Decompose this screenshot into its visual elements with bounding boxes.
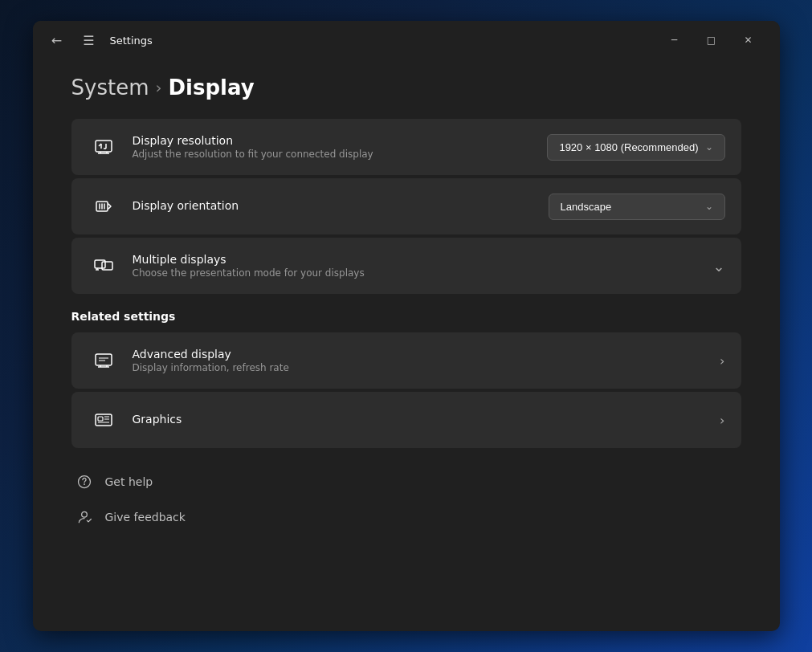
advanced-display-control: › bbox=[720, 353, 724, 369]
maximize-button[interactable]: □ bbox=[693, 27, 730, 53]
multiple-displays-item[interactable]: Multiple displays Choose the presentatio… bbox=[71, 238, 741, 294]
close-button[interactable]: ✕ bbox=[730, 27, 767, 53]
graphics-control: › bbox=[720, 413, 724, 428]
expand-icon[interactable]: ⌄ bbox=[712, 258, 724, 275]
multiple-displays-title: Multiple displays bbox=[133, 253, 713, 266]
advanced-display-icon bbox=[88, 344, 120, 377]
advanced-display-item[interactable]: Advanced display Display information, re… bbox=[71, 332, 741, 389]
svg-point-30 bbox=[81, 511, 87, 517]
multiple-displays-text: Multiple displays Choose the presentatio… bbox=[133, 253, 713, 279]
hamburger-menu-button[interactable]: ☰ bbox=[78, 29, 100, 51]
chevron-down-icon: ⌄ bbox=[705, 201, 713, 212]
display-resolution-card: Display resolution Adjust the resolution… bbox=[71, 119, 741, 175]
title-bar: ← ☰ Settings ─ □ ✕ bbox=[33, 21, 780, 59]
help-icon bbox=[75, 472, 94, 491]
svg-rect-23 bbox=[98, 417, 103, 421]
breadcrumb: System › Display bbox=[71, 59, 741, 100]
display-orientation-card: Display orientation Landscape ⌄ bbox=[71, 178, 741, 234]
content-area: System › Display bbox=[33, 59, 780, 631]
give-feedback-label: Give feedback bbox=[105, 511, 186, 524]
orientation-icon bbox=[88, 190, 120, 222]
title-bar-left: ← ☰ Settings bbox=[46, 29, 656, 51]
back-button[interactable]: ← bbox=[46, 29, 68, 51]
display-resolution-title: Display resolution bbox=[133, 134, 548, 147]
display-orientation-value: Landscape bbox=[561, 201, 612, 213]
get-help-label: Get help bbox=[105, 475, 153, 488]
display-orientation-item[interactable]: Display orientation Landscape ⌄ bbox=[71, 178, 741, 234]
display-resolution-control: 1920 × 1080 (Recommended) ⌄ bbox=[547, 134, 724, 161]
feedback-icon bbox=[75, 507, 94, 527]
graphics-icon bbox=[88, 404, 120, 436]
minimize-button[interactable]: ─ bbox=[656, 27, 693, 53]
graphics-item[interactable]: Graphics › bbox=[71, 392, 741, 448]
multiple-displays-control: ⌄ bbox=[712, 258, 724, 275]
svg-rect-16 bbox=[96, 354, 112, 365]
display-resolution-text: Display resolution Adjust the resolution… bbox=[133, 134, 548, 160]
display-resolution-dropdown[interactable]: 1920 × 1080 (Recommended) ⌄ bbox=[547, 134, 724, 161]
main-content: System › Display bbox=[33, 59, 780, 631]
nav-arrow-icon: › bbox=[720, 353, 724, 369]
advanced-display-card: Advanced display Display information, re… bbox=[71, 332, 741, 389]
display-resolution-value: 1920 × 1080 (Recommended) bbox=[559, 141, 698, 153]
window-controls: ─ □ ✕ bbox=[656, 27, 767, 53]
breadcrumb-separator: › bbox=[155, 78, 161, 97]
breadcrumb-current: Display bbox=[168, 75, 254, 100]
display-resolution-subtitle: Adjust the resolution to fit your connec… bbox=[133, 149, 548, 160]
advanced-display-subtitle: Display information, refresh rate bbox=[133, 362, 720, 373]
advanced-display-text: Advanced display Display information, re… bbox=[133, 348, 720, 373]
graphics-text: Graphics bbox=[133, 413, 720, 427]
graphics-card: Graphics › bbox=[71, 392, 741, 448]
settings-window: ← ☰ Settings ─ □ ✕ System › Display bbox=[33, 21, 780, 631]
window-title: Settings bbox=[110, 35, 153, 47]
display-orientation-title: Display orientation bbox=[133, 199, 549, 212]
give-feedback-link[interactable]: Give feedback bbox=[71, 499, 741, 535]
get-help-link[interactable]: Get help bbox=[71, 464, 741, 499]
display-resolution-item[interactable]: Display resolution Adjust the resolution… bbox=[71, 119, 741, 175]
advanced-display-title: Advanced display bbox=[133, 348, 720, 361]
footer-links: Get help Give feedback bbox=[71, 464, 741, 543]
nav-arrow-icon: › bbox=[720, 413, 724, 428]
chevron-down-icon: ⌄ bbox=[705, 141, 713, 153]
display-orientation-dropdown[interactable]: Landscape ⌄ bbox=[549, 194, 725, 220]
display-orientation-control: Landscape ⌄ bbox=[549, 194, 725, 220]
multiple-displays-subtitle: Choose the presentation mode for your di… bbox=[133, 267, 713, 279]
svg-rect-0 bbox=[96, 141, 112, 152]
breadcrumb-system[interactable]: System bbox=[71, 75, 149, 100]
multiple-displays-icon bbox=[88, 250, 120, 282]
multiple-displays-card: Multiple displays Choose the presentatio… bbox=[71, 238, 741, 294]
related-settings-label: Related settings bbox=[71, 310, 741, 323]
graphics-title: Graphics bbox=[133, 413, 720, 426]
resolution-icon bbox=[88, 131, 120, 163]
display-orientation-text: Display orientation bbox=[133, 199, 549, 214]
